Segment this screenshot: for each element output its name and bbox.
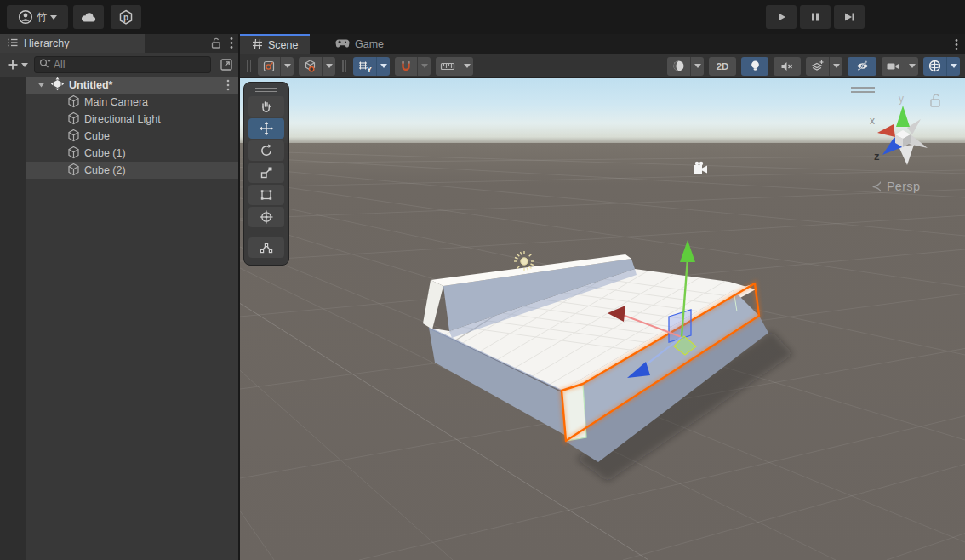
audio-mute-button[interactable] — [774, 57, 801, 76]
camera-view-button[interactable] — [882, 57, 918, 76]
rect-tool-button[interactable] — [248, 185, 284, 205]
chevron-down-icon — [21, 63, 28, 67]
tree-item-cube-1[interactable]: Cube (1) — [26, 145, 238, 162]
scene-panel: Scene Game — [240, 34, 965, 560]
lock-icon[interactable] — [931, 94, 939, 106]
plastic-scm-button[interactable]: p — [111, 5, 141, 29]
tab-scene[interactable]: Scene — [240, 34, 310, 54]
gameobject-cube-icon — [67, 129, 80, 145]
scene-toolbar-right: 2D — [667, 57, 960, 76]
hierarchy-search-field[interactable] — [34, 56, 211, 73]
account-button[interactable]: 竹 — [7, 5, 68, 29]
rect-icon — [259, 187, 274, 203]
toolbar-drag-handle[interactable] — [247, 60, 251, 72]
cloud-button[interactable] — [73, 5, 104, 29]
move-tool-button[interactable] — [248, 118, 284, 139]
scene-asset-icon — [50, 77, 65, 94]
chevron-down-icon — [694, 64, 701, 68]
create-object-button[interactable] — [7, 59, 28, 71]
kebab-menu-icon[interactable] — [230, 37, 233, 53]
axis-cone-neg — [899, 145, 914, 165]
kebab-menu-icon[interactable] — [226, 79, 230, 94]
gizmo-arrow-y — [680, 240, 695, 262]
foldout-triangle-icon[interactable] — [37, 79, 46, 91]
tool-handle-pivot-button[interactable] — [258, 57, 294, 76]
move-icon — [259, 121, 274, 136]
hierarchy-left-gutter — [0, 77, 26, 560]
axis-label-z: z — [874, 150, 880, 163]
directional-light-gizmo[interactable] — [514, 251, 534, 271]
hierarchy-tab-label: Hierarchy — [24, 37, 70, 49]
eye-slash-icon — [855, 60, 870, 72]
step-button[interactable] — [834, 5, 865, 29]
svg-text:p: p — [123, 12, 128, 21]
axis-cone-y — [896, 106, 910, 127]
search-input[interactable] — [54, 59, 207, 71]
camera-gizmo[interactable] — [694, 162, 707, 174]
tree-item-cube[interactable]: Cube — [26, 128, 238, 145]
item-label: Cube — [84, 130, 110, 142]
svg-text:Y: Y — [367, 66, 372, 73]
person-icon — [18, 9, 33, 25]
projection-mode[interactable]: ≺ Persp — [871, 179, 920, 194]
main-toolbar: 竹 p — [0, 0, 965, 34]
cloud-icon — [80, 10, 97, 24]
gameobject-cube-icon — [67, 111, 80, 128]
transform-icon — [259, 209, 274, 225]
tree-item-main-camera[interactable]: Main Camera — [26, 94, 238, 111]
chevron-down-icon — [326, 64, 333, 68]
item-label: Cube (2) — [84, 164, 126, 176]
chevron-down-icon — [284, 64, 291, 68]
custom-tool-icon — [259, 240, 274, 255]
gameobject-cube-icon — [67, 163, 80, 179]
hand-icon — [259, 99, 274, 114]
transform-tool-button[interactable] — [248, 207, 284, 227]
effects-button[interactable] — [806, 57, 842, 76]
toolbar-separator — [342, 60, 346, 72]
snap-increment-button[interactable] — [436, 57, 473, 76]
tab-game[interactable]: Game — [323, 34, 396, 54]
plastic-scm-icon: p — [118, 9, 134, 26]
play-button[interactable] — [766, 5, 797, 29]
overlay-drag-handle[interactable] — [851, 88, 875, 92]
pivot-icon — [262, 60, 276, 73]
scene-viewport[interactable]: y x z ≺ Persp — [240, 78, 965, 560]
grid-visibility-button[interactable]: Y — [353, 57, 390, 76]
kebab-menu-icon[interactable] — [955, 38, 958, 54]
lock-icon[interactable] — [210, 37, 221, 53]
scene-row[interactable]: Untitled* — [26, 77, 238, 94]
rotate-tool-button[interactable] — [248, 140, 284, 161]
tree-item-directional-light[interactable]: Directional Light — [26, 111, 238, 128]
gamepad-icon — [335, 38, 350, 51]
overlay-drag-handle[interactable] — [255, 88, 277, 92]
effects-layers-icon — [810, 60, 825, 73]
tools-overlay — [243, 82, 289, 266]
gizmo-sphere-icon — [928, 59, 942, 73]
snap-increment-icon — [440, 60, 455, 73]
hierarchy-list-icon — [7, 37, 19, 51]
scene-visibility-button[interactable] — [848, 57, 876, 76]
chevron-down-icon — [421, 64, 428, 68]
2d-toggle-button[interactable]: 2D — [709, 57, 736, 76]
chevron-left-icon: ≺ — [871, 177, 882, 196]
item-label: Cube (1) — [84, 147, 126, 159]
scene-lighting-button[interactable] — [741, 57, 768, 76]
hand-tool-button[interactable] — [248, 96, 284, 117]
gizmos-button[interactable] — [923, 57, 960, 76]
render-mode-button[interactable] — [667, 57, 704, 76]
axis-gizmo[interactable]: y x z — [870, 93, 928, 165]
scale-tool-button[interactable] — [248, 163, 284, 183]
pause-icon — [809, 11, 821, 23]
gameobject-cube-icon — [67, 146, 80, 162]
tree-item-cube-2-selected[interactable]: Cube (2) — [26, 162, 238, 179]
custom-tool-button[interactable] — [248, 237, 284, 258]
chevron-down-icon — [380, 64, 387, 68]
search-window-icon[interactable] — [219, 57, 234, 76]
tool-handle-rotation-button[interactable] — [299, 57, 335, 76]
scene-name: Untitled* — [69, 79, 112, 91]
chevron-down-icon — [909, 64, 916, 68]
pause-button[interactable] — [800, 5, 831, 29]
step-icon — [842, 11, 856, 23]
snap-magnet-button[interactable] — [395, 57, 431, 76]
tab-hierarchy[interactable]: Hierarchy — [0, 34, 145, 53]
